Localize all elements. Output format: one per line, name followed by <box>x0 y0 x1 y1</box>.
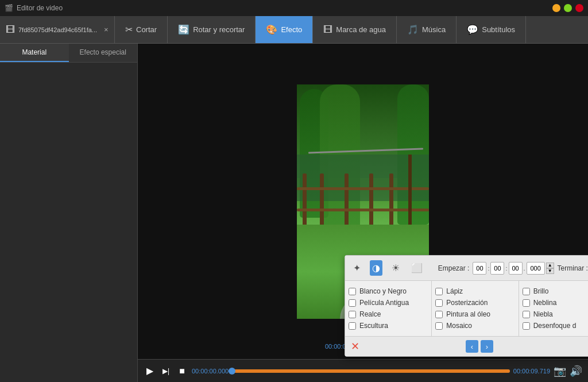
effect-tab-fx2[interactable]: ◑ <box>370 260 382 276</box>
effect-tab-fx1[interactable]: ✦ <box>351 260 363 276</box>
effect-item-desenfoque: Desenfoque d <box>523 320 588 331</box>
file-close-icon[interactable]: × <box>104 25 109 34</box>
efecto-icon: 🎨 <box>266 24 277 35</box>
tab-marca[interactable]: 🎞 Marca de agua <box>313 16 397 43</box>
start-hh-input[interactable] <box>473 262 486 275</box>
file-tab[interactable]: 🎞 7fd85075df42ad94c65f1fa... × <box>0 16 115 43</box>
checkbox-pintura[interactable] <box>435 311 443 318</box>
effect-col-3: Brillo Neblina Niebla Desenfoque d <box>519 281 588 336</box>
spin-down-button[interactable]: ▼ <box>546 268 554 274</box>
tab-cortar[interactable]: ✂ Cortar <box>115 16 168 43</box>
video-area: ▶ ▶| ■ 00:00:00.000 00:00:09.719 📷 🔊 00:… <box>138 44 588 382</box>
tab-musica[interactable]: 🎵 Música <box>397 16 457 43</box>
volume-icon[interactable]: 🔊 <box>570 365 582 377</box>
title-bar: 🎬 Editor de video <box>0 0 588 16</box>
app-title: Editor de video <box>17 4 63 12</box>
label-pintura: Pintura al óleo <box>446 310 490 318</box>
label-escultura: Escultura <box>359 322 388 330</box>
camera-icon[interactable]: 📷 <box>554 365 566 377</box>
time-sep-1: : <box>488 265 489 272</box>
effect-col-2: Lápiz Posterización Pintura al óleo Mosa… <box>432 281 519 336</box>
effect-panel-header: ✦ ◑ ☀ ⬜ Empezar : : : . ▲ <box>345 256 588 281</box>
checkbox-mosaico[interactable] <box>435 322 443 330</box>
checkbox-escultura[interactable] <box>349 322 356 330</box>
sidebar-tab-efecto-especial[interactable]: Efecto especial <box>69 44 138 62</box>
timeline-track[interactable] <box>232 369 510 373</box>
tab-rotar-label: Rotar y recortar <box>193 25 245 34</box>
label-neblina: Neblina <box>533 299 557 307</box>
next-page-button[interactable]: › <box>481 340 493 353</box>
timeline-bar: ▶ ▶| ■ 00:00:00.000 00:00:09.719 📷 🔊 <box>138 359 588 382</box>
effect-time-section: Empezar : : : . ▲ ▼ Termin <box>438 262 588 275</box>
sidebar-tab-material[interactable]: Material <box>0 44 69 62</box>
maximize-button[interactable] <box>564 4 572 12</box>
effect-footer: ✕ ‹ › ✔ <box>345 336 588 356</box>
file-icon: 🎞 <box>6 25 15 35</box>
effect-item-lapiz: Lápiz <box>435 285 514 297</box>
sidebar-content <box>0 63 137 382</box>
label-niebla: Niebla <box>533 310 553 318</box>
title-bar-left: 🎬 Editor de video <box>5 4 63 12</box>
play-button[interactable]: ▶ <box>144 365 156 377</box>
end-label: Terminar : <box>558 264 588 272</box>
label-realce: Realce <box>359 310 381 318</box>
checkbox-realce[interactable] <box>349 311 356 318</box>
label-lapiz: Lápiz <box>446 287 463 295</box>
effect-content: Blanco y Negro Película Antigua Realce E… <box>345 281 588 336</box>
label-bw: Blanco y Negro <box>359 287 407 295</box>
effect-item-pintura: Pintura al óleo <box>435 308 514 320</box>
start-time-input: : : . ▲ ▼ <box>473 262 554 275</box>
sidebar-tabs: Material Efecto especial <box>0 44 137 63</box>
time-start: 00:00:00.000 <box>192 368 229 375</box>
tab-efecto-label: Efecto <box>281 25 302 34</box>
app-icon: 🎬 <box>5 4 13 12</box>
cancel-icon[interactable]: ✕ <box>351 340 359 353</box>
checkbox-pelicula[interactable] <box>349 299 356 307</box>
window-controls <box>552 4 583 12</box>
tab-subtitulos[interactable]: 💬 Subtítulos <box>457 16 526 43</box>
tab-rotar[interactable]: 🔄 Rotar y recortar <box>168 16 256 43</box>
minimize-button[interactable] <box>552 4 560 12</box>
effect-item-realce: Realce <box>349 308 428 320</box>
start-ss-input[interactable] <box>509 262 523 275</box>
timeline-progress <box>232 369 510 373</box>
checkbox-desenfoque[interactable] <box>523 322 530 330</box>
fence-post-5 <box>389 173 393 233</box>
label-pelicula: Película Antigua <box>359 299 409 307</box>
close-button[interactable] <box>575 4 583 12</box>
time-sep-2: : <box>505 265 507 272</box>
label-posterizacion: Posterización <box>446 299 488 307</box>
effect-col-1: Blanco y Negro Película Antigua Realce E… <box>345 281 432 336</box>
main-area: Material Efecto especial <box>0 44 588 382</box>
checkbox-niebla[interactable] <box>523 311 530 318</box>
checkbox-lapiz[interactable] <box>435 288 443 295</box>
label-desenfoque: Desenfoque d <box>533 322 577 330</box>
effect-tab-fx3[interactable]: ☀ <box>389 260 402 276</box>
prev-page-button[interactable]: ‹ <box>466 340 478 353</box>
tab-efecto[interactable]: 🎨 Efecto <box>256 16 313 43</box>
fence-post-3 <box>345 173 349 230</box>
checkbox-posterizacion[interactable] <box>435 299 443 307</box>
label-brillo: Brillo <box>533 287 549 295</box>
file-name: 7fd85075df42ad94c65f1fa... <box>18 26 97 33</box>
stop-button[interactable]: ■ <box>176 365 188 377</box>
time-end: 00:00:09.719 <box>513 368 550 375</box>
rotar-icon: 🔄 <box>178 24 189 35</box>
cortar-icon: ✂ <box>125 24 133 35</box>
effect-tab-fx4[interactable]: ⬜ <box>409 260 425 276</box>
play-forward-button[interactable]: ▶| <box>160 365 172 377</box>
start-ms-input[interactable] <box>527 262 545 275</box>
spin-up-button[interactable]: ▲ <box>546 263 554 268</box>
checkbox-brillo[interactable] <box>523 288 530 295</box>
effect-item-posterizacion: Posterización <box>435 297 514 308</box>
start-mm-input[interactable] <box>490 262 504 275</box>
effect-item-pelicula: Película Antigua <box>349 297 428 308</box>
sidebar: Material Efecto especial <box>0 44 138 382</box>
checkbox-bw[interactable] <box>349 288 356 295</box>
timeline-handle[interactable] <box>229 368 235 375</box>
time-spinner: ▲ ▼ <box>546 263 554 274</box>
tab-cortar-label: Cortar <box>136 25 157 34</box>
time-sep-3: . <box>524 265 525 272</box>
tab-subtitulos-label: Subtítulos <box>482 25 515 34</box>
checkbox-neblina[interactable] <box>523 299 530 307</box>
